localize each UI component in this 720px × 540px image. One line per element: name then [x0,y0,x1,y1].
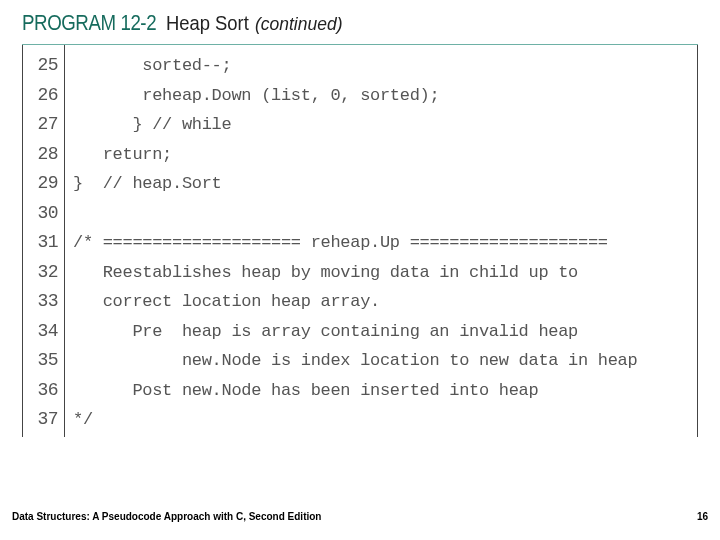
code-block: 25262728293031323334353637 sorted--; reh… [22,45,698,437]
code-line: reheap.Down (list, 0, sorted); [73,81,693,111]
line-number: 29 [23,169,58,199]
code-line: /* ==================== reheap.Up ======… [73,228,693,258]
program-header: PROGRAM 12-2 Heap Sort (continued) [0,0,720,38]
line-number: 35 [23,346,58,376]
code-line: sorted--; [73,51,693,81]
footer-text: Data Structures: A Pseudocode Approach w… [12,511,321,522]
line-numbers: 25262728293031323334353637 [23,45,65,437]
line-number: 36 [23,376,58,406]
code-line: correct location heap array. [73,287,693,317]
program-continued: (continued) [255,13,342,35]
code-line: new.Node is index location to new data i… [73,346,693,376]
line-number: 26 [23,81,58,111]
line-number: 31 [23,228,58,258]
code-line: return; [73,140,693,170]
code-line: } // heap.Sort [73,169,693,199]
line-number: 25 [23,51,58,81]
footer: Data Structures: A Pseudocode Approach w… [12,511,708,522]
code-line: } // while [73,110,693,140]
line-number: 27 [23,110,58,140]
line-number: 28 [23,140,58,170]
code-line: Reestablishes heap by moving data in chi… [73,258,693,288]
code-line: Post new.Node has been inserted into hea… [73,376,693,406]
line-number: 30 [23,199,58,229]
code-line: Pre heap is array containing an invalid … [73,317,693,347]
line-number: 37 [23,405,58,435]
line-number: 32 [23,258,58,288]
code-line [73,199,693,229]
program-title: Heap Sort [166,12,249,35]
program-label: PROGRAM 12-2 [22,10,156,36]
line-number: 33 [23,287,58,317]
page-number: 16 [697,511,708,522]
code-line: */ [73,405,693,435]
line-number: 34 [23,317,58,347]
code-content: sorted--; reheap.Down (list, 0, sorted);… [65,45,697,437]
